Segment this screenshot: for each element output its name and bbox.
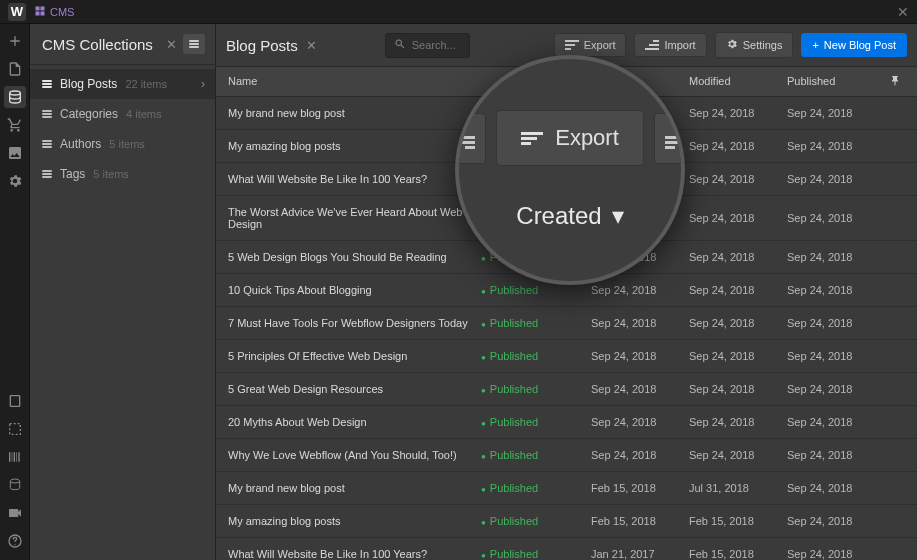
stack-icon [42, 170, 52, 178]
cell-published: Sep 24, 2018 [787, 251, 885, 263]
topbar-tab-cms[interactable]: CMS [34, 5, 74, 19]
cell-name: My brand new blog post [228, 482, 481, 494]
add-collection-button[interactable] [183, 34, 205, 54]
import-button[interactable]: Import [634, 33, 706, 57]
cell-modified: Sep 24, 2018 [689, 212, 787, 224]
cell-created: Sep 24, 2018 [591, 383, 689, 395]
sidebar: CMS Collections ✕ Blog Posts 22 items › … [30, 24, 216, 560]
svg-rect-0 [36, 6, 40, 10]
barcode-icon[interactable] [4, 446, 26, 468]
cms-tab-icon [34, 5, 46, 19]
sidebar-item-tags[interactable]: Tags 5 items [30, 159, 215, 189]
col-header-name[interactable]: Name [228, 75, 481, 88]
cell-published: Sep 24, 2018 [787, 482, 885, 494]
table-row[interactable]: 5 Principles Of Effective Web Design ●Pu… [216, 340, 917, 373]
add-icon[interactable] [4, 30, 26, 52]
cell-status: ●Published [481, 515, 591, 527]
cell-name: My brand new blog post [228, 107, 481, 119]
new-post-button[interactable]: + New Blog Post [801, 33, 907, 57]
col-header-modified[interactable]: Modified [689, 75, 787, 88]
table-row[interactable]: My brand new blog post ●Published Feb 15… [216, 472, 917, 505]
col-header-published[interactable]: Published [787, 75, 885, 88]
cell-status: ●Published [481, 383, 591, 395]
database-check-icon[interactable] [4, 474, 26, 496]
sidebar-item-count: 5 items [93, 168, 128, 180]
icon-rail [0, 24, 30, 560]
cell-status: ●Published [481, 284, 591, 296]
cms-icon[interactable] [4, 86, 26, 108]
table-row[interactable]: Why We Love Webflow (And You Should, Too… [216, 439, 917, 472]
page-icon[interactable] [4, 58, 26, 80]
table-row[interactable]: 20 Myths About Web Design ●Published Sep… [216, 406, 917, 439]
cell-modified: Feb 15, 2018 [689, 548, 787, 560]
search-input[interactable] [412, 39, 461, 51]
cell-published: Sep 24, 2018 [787, 173, 885, 185]
cell-name: My amazing blog posts [228, 515, 481, 527]
cell-published: Sep 24, 2018 [787, 350, 885, 362]
table-row[interactable]: What Will Website Be Like In 100 Years? … [216, 538, 917, 560]
sidebar-item-count: 4 items [126, 108, 161, 120]
cell-modified: Sep 24, 2018 [689, 173, 787, 185]
sidebar-item-blog-posts[interactable]: Blog Posts 22 items › [30, 69, 215, 99]
cell-status: ●Published [481, 449, 591, 461]
magnifier-overlay: Export Created ▾ [455, 55, 685, 285]
sidebar-item-label: Categories [60, 107, 118, 121]
export-button[interactable]: Export [554, 33, 627, 57]
cell-status: ●Published [481, 482, 591, 494]
cell-published: Sep 24, 2018 [787, 383, 885, 395]
table-row[interactable]: My amazing blog posts ●Published Feb 15,… [216, 505, 917, 538]
search-icon [394, 38, 406, 53]
magnified-export-button[interactable]: Export [496, 110, 644, 166]
topbar: W CMS ✕ [0, 0, 917, 24]
ecommerce-icon[interactable] [4, 114, 26, 136]
webflow-logo[interactable]: W [8, 3, 26, 21]
sidebar-close-icon[interactable]: ✕ [166, 37, 177, 52]
col-header-pin[interactable] [885, 75, 905, 88]
cell-name: The Worst Advice We've Ever Heard About … [228, 206, 481, 230]
cell-created: Jan 21, 2017 [591, 548, 689, 560]
cell-name: 20 Myths About Web Design [228, 416, 481, 428]
import-icon [645, 40, 659, 50]
cell-created: Feb 15, 2018 [591, 482, 689, 494]
panel-close-icon[interactable]: ✕ [306, 38, 317, 53]
video-icon[interactable] [4, 502, 26, 524]
table-row[interactable]: 5 Great Web Design Resources ●Published … [216, 373, 917, 406]
cell-created: Sep 24, 2018 [591, 416, 689, 428]
cell-modified: Sep 24, 2018 [689, 140, 787, 152]
cell-modified: Sep 24, 2018 [689, 350, 787, 362]
svg-rect-6 [9, 424, 20, 435]
cell-published: Sep 24, 2018 [787, 140, 885, 152]
cell-name: 5 Principles Of Effective Web Design [228, 350, 481, 362]
magnified-sort-label: Created ▾ [516, 202, 623, 230]
cell-status: ●Published [481, 416, 591, 428]
sidebar-item-label: Tags [60, 167, 85, 181]
settings-gear-icon[interactable] [4, 170, 26, 192]
table-row[interactable]: 7 Must Have Tools For Webflow Designers … [216, 307, 917, 340]
cell-modified: Sep 24, 2018 [689, 317, 787, 329]
cell-name: 10 Quick Tips About Blogging [228, 284, 481, 296]
stack-icon [42, 80, 52, 88]
cell-status: ●Published [481, 548, 591, 560]
help-icon[interactable] [4, 530, 26, 552]
cell-published: Sep 24, 2018 [787, 107, 885, 119]
svg-point-7 [10, 479, 19, 483]
cell-name: What Will Website Be Like In 100 Years? [228, 173, 481, 185]
sidebar-item-label: Authors [60, 137, 101, 151]
assets-icon[interactable] [4, 142, 26, 164]
cell-name: Why We Love Webflow (And You Should, Too… [228, 449, 481, 461]
new-post-label: New Blog Post [824, 39, 896, 51]
sidebar-item-categories[interactable]: Categories 4 items [30, 99, 215, 129]
cell-published: Sep 24, 2018 [787, 416, 885, 428]
sidebar-item-authors[interactable]: Authors 5 items [30, 129, 215, 159]
settings-label: Settings [743, 39, 783, 51]
magnified-export-label: Export [555, 125, 619, 151]
import-label: Import [664, 39, 695, 51]
devices-icon[interactable] [4, 390, 26, 412]
cell-name: My amazing blog posts [228, 140, 481, 152]
close-icon[interactable]: ✕ [897, 4, 909, 20]
settings-button[interactable]: Settings [715, 32, 794, 58]
sidebar-item-label: Blog Posts [60, 77, 117, 91]
cell-published: Sep 24, 2018 [787, 317, 885, 329]
selection-icon[interactable] [4, 418, 26, 440]
chevron-right-icon: › [201, 77, 205, 91]
